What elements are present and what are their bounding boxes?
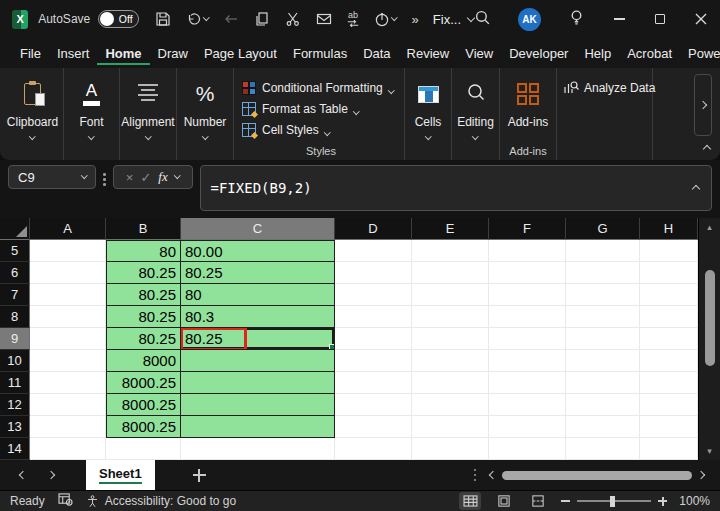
avatar[interactable]: AK <box>518 8 541 31</box>
cell-B10[interactable]: 8000 <box>106 350 181 372</box>
autosave-toggle[interactable]: Off <box>98 10 138 28</box>
lightbulb-icon[interactable] <box>568 9 585 30</box>
vertical-scrollbar[interactable]: ▴ ▾ <box>698 218 720 460</box>
undo-dropdown-chevron-icon[interactable] <box>203 14 209 20</box>
cell-H7[interactable] <box>640 284 698 306</box>
collapse-ribbon-button[interactable] <box>704 138 712 156</box>
row-header-8[interactable]: 8 <box>0 306 30 328</box>
vertical-scrollbar-thumb[interactable] <box>705 270 715 366</box>
cell-F9[interactable] <box>489 328 566 350</box>
email-icon[interactable] <box>314 9 334 29</box>
minimize-button[interactable] <box>612 12 626 26</box>
tab-page-layout[interactable]: Page Layout <box>196 41 285 65</box>
cell-D12[interactable] <box>335 394 412 416</box>
editing-expand-chevron-icon[interactable] <box>472 133 478 139</box>
scroll-up-icon[interactable]: ▴ <box>707 222 712 232</box>
row-header-14[interactable]: 14 <box>0 438 30 460</box>
horizontal-scrollbar-thumb[interactable] <box>502 471 692 480</box>
cell-G7[interactable] <box>566 284 640 306</box>
analyze-data-button[interactable]: Analyze Data <box>563 80 655 96</box>
cell-C13[interactable] <box>181 416 335 438</box>
cell-G6[interactable] <box>566 262 640 284</box>
cells-group-button[interactable]: Cells <box>405 68 452 160</box>
scroll-left-icon[interactable] <box>489 471 497 479</box>
row-header-11[interactable]: 11 <box>0 372 30 394</box>
page-layout-view-button[interactable] <box>493 492 515 510</box>
column-header-D[interactable]: D <box>335 218 412 240</box>
cell-F12[interactable] <box>489 394 566 416</box>
cell-E7[interactable] <box>412 284 489 306</box>
cell-E9[interactable] <box>412 328 489 350</box>
touch-mode-icon[interactable] <box>372 9 399 29</box>
cell-D5[interactable] <box>335 240 412 262</box>
zoom-slider[interactable] <box>577 500 651 502</box>
row-header-6[interactable]: 6 <box>0 262 30 284</box>
cancel-icon[interactable]: × <box>126 170 134 185</box>
cell-B14[interactable] <box>106 438 181 460</box>
cell-A7[interactable] <box>30 284 106 306</box>
row-header-13[interactable]: 13 <box>0 416 30 438</box>
cell-B9[interactable]: 80.25 <box>106 328 181 350</box>
number-expand-chevron-icon[interactable] <box>202 133 208 139</box>
cell-H6[interactable] <box>640 262 698 284</box>
cell-A6[interactable] <box>30 262 106 284</box>
name-box[interactable]: C9 <box>8 165 96 189</box>
cell-D9[interactable] <box>335 328 412 350</box>
sheetbar-grip[interactable] <box>474 469 477 482</box>
cell-F10[interactable] <box>489 350 566 372</box>
cell-F7[interactable] <box>489 284 566 306</box>
tab-review[interactable]: Review <box>399 41 458 65</box>
cell-H12[interactable] <box>640 394 698 416</box>
insert-function-chevron-icon[interactable] <box>174 172 180 178</box>
copy-icon[interactable] <box>252 9 272 29</box>
ribbon-scroll-right-button[interactable] <box>694 74 712 136</box>
normal-view-button[interactable] <box>459 492 481 510</box>
cell-H13[interactable] <box>640 416 698 438</box>
cell-B7[interactable]: 80.25 <box>106 284 181 306</box>
tab-draw[interactable]: Draw <box>150 41 196 65</box>
cell-A12[interactable] <box>30 394 106 416</box>
column-header-E[interactable]: E <box>412 218 489 240</box>
cell-H10[interactable] <box>640 350 698 372</box>
save-icon[interactable] <box>153 9 173 29</box>
zoom-in-icon[interactable] <box>658 497 667 506</box>
cell-B6[interactable]: 80.25 <box>106 262 181 284</box>
select-all-corner[interactable] <box>0 218 30 240</box>
cell-C5[interactable]: 80.00 <box>181 240 335 262</box>
cell-C8[interactable]: 80.3 <box>181 306 335 328</box>
clipboard-group-button[interactable]: Clipboard <box>2 68 64 160</box>
tab-formulas[interactable]: Formulas <box>285 41 355 65</box>
column-header-G[interactable]: G <box>566 218 640 240</box>
addins-button[interactable] <box>517 77 539 111</box>
font-expand-chevron-icon[interactable] <box>88 133 94 139</box>
cell-C14[interactable] <box>181 438 335 460</box>
cell-F11[interactable] <box>489 372 566 394</box>
cell-G9[interactable] <box>566 328 640 350</box>
zoom-out-icon[interactable] <box>561 500 570 502</box>
cell-D11[interactable] <box>335 372 412 394</box>
cell-D13[interactable] <box>335 416 412 438</box>
zoom-level[interactable]: 100% <box>679 494 710 508</box>
cell-A11[interactable] <box>30 372 106 394</box>
cell-B11[interactable]: 8000.25 <box>106 372 181 394</box>
cell-H9[interactable] <box>640 328 698 350</box>
row-header-10[interactable]: 10 <box>0 350 30 372</box>
formula-bar-grip[interactable] <box>103 165 106 186</box>
scroll-down-icon[interactable]: ▾ <box>707 446 712 456</box>
cell-E12[interactable] <box>412 394 489 416</box>
touch-mode-dropdown-chevron-icon[interactable] <box>391 14 397 20</box>
column-header-C[interactable]: C <box>181 218 335 240</box>
cell-B12[interactable]: 8000.25 <box>106 394 181 416</box>
row-header-7[interactable]: 7 <box>0 284 30 306</box>
column-header-B[interactable]: B <box>106 218 181 240</box>
qat-overflow-icon[interactable]: » <box>412 12 419 27</box>
cell-D7[interactable] <box>335 284 412 306</box>
number-group-button[interactable]: % Number <box>177 68 234 160</box>
tab-file[interactable]: File <box>12 41 49 65</box>
cell-G5[interactable] <box>566 240 640 262</box>
row-header-12[interactable]: 12 <box>0 394 30 416</box>
cell-C6[interactable]: 80.25 <box>181 262 335 284</box>
column-header-A[interactable]: A <box>30 218 106 240</box>
format-as-table-button[interactable]: Format as Table <box>242 98 358 119</box>
tab-data[interactable]: Data <box>355 41 398 65</box>
